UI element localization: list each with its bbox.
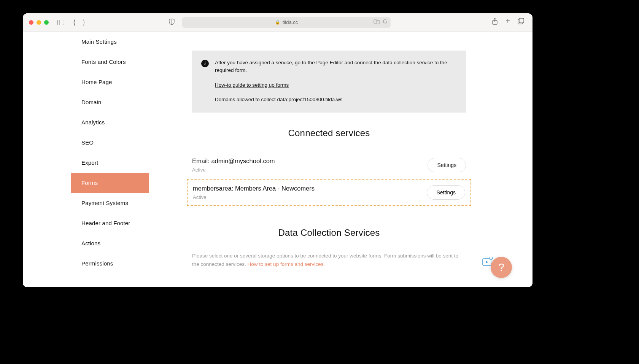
translate-icon[interactable] bbox=[374, 19, 380, 25]
info-icon: i bbox=[201, 60, 209, 67]
sidebar-item-forms[interactable]: Forms bbox=[71, 173, 149, 193]
data-collection-title: Data Collection Services bbox=[192, 227, 466, 238]
main-inner: i After you have assigned a service, go … bbox=[192, 32, 466, 268]
sidebar-item-fonts-colors[interactable]: Fonts and Colors bbox=[71, 52, 149, 72]
info-banner-domains: Domains allowed to collect data:project1… bbox=[215, 96, 457, 103]
data-collection-section: Data Collection Services Please select o… bbox=[192, 227, 466, 268]
service-name: Email: admin@myschool.com bbox=[192, 157, 275, 165]
info-text: After you have assigned a service, go to… bbox=[215, 59, 457, 103]
address-bar[interactable]: 🔒 tilda.cc bbox=[182, 17, 391, 28]
svg-rect-0 bbox=[58, 20, 64, 25]
nav-forward-button[interactable]: ⟩ bbox=[81, 18, 87, 27]
settings-sidebar: Main Settings Fonts and Colors Home Page… bbox=[71, 32, 149, 287]
new-tab-icon[interactable]: + bbox=[505, 18, 510, 27]
svg-rect-8 bbox=[519, 18, 524, 23]
outer-margin-right bbox=[509, 32, 532, 287]
service-status: Active bbox=[192, 167, 275, 173]
window-maximize-button[interactable] bbox=[44, 20, 49, 25]
sidebar-item-analytics[interactable]: Analytics bbox=[71, 112, 149, 132]
sidebar-item-export[interactable]: Export bbox=[71, 153, 149, 173]
info-banner: i After you have assigned a service, go … bbox=[192, 51, 466, 113]
tabs-overview-icon[interactable] bbox=[518, 18, 524, 27]
content-area: Main Settings Fonts and Colors Home Page… bbox=[23, 32, 532, 287]
window-close-button[interactable] bbox=[29, 20, 33, 25]
sidebar-item-header-footer[interactable]: Header and Footer bbox=[71, 213, 149, 233]
outer-margin-left bbox=[23, 32, 71, 287]
sidebar-toggle-icon[interactable] bbox=[56, 19, 65, 26]
info-banner-text: After you have assigned a service, go to… bbox=[215, 59, 457, 75]
window-minimize-button[interactable] bbox=[37, 20, 41, 25]
service-status: Active bbox=[193, 194, 315, 200]
lock-icon: 🔒 bbox=[275, 20, 280, 25]
data-collection-link[interactable]: How to set up forms and services. bbox=[248, 261, 325, 267]
sidebar-item-actions[interactable]: Actions bbox=[71, 233, 149, 253]
titlebar: ⟨ ⟩ 🔒 tilda.cc + bbox=[23, 13, 532, 32]
service-name: membersarea: Members Area - Newcomers bbox=[193, 185, 315, 192]
titlebar-right-tools: + bbox=[492, 18, 526, 27]
privacy-shield-icon[interactable] bbox=[169, 19, 175, 26]
main-panel: i After you have assigned a service, go … bbox=[149, 32, 509, 287]
sidebar-item-main-settings[interactable]: Main Settings bbox=[71, 32, 149, 52]
help-button[interactable]: ? bbox=[491, 257, 512, 278]
highlighted-service-row: membersarea: Members Area - Newcomers Ac… bbox=[187, 179, 471, 206]
service-settings-button[interactable]: Settings bbox=[428, 158, 466, 172]
sidebar-item-domain[interactable]: Domain bbox=[71, 92, 149, 112]
traffic-lights bbox=[29, 20, 49, 25]
service-row-membersarea: membersarea: Members Area - Newcomers Ac… bbox=[193, 184, 465, 201]
reload-icon[interactable] bbox=[383, 19, 388, 25]
sidebar-item-home-page[interactable]: Home Page bbox=[71, 72, 149, 92]
share-icon[interactable] bbox=[492, 18, 498, 27]
connected-services-title: Connected services bbox=[192, 128, 466, 138]
url-host: tilda.cc bbox=[283, 19, 298, 25]
sidebar-item-payment-systems[interactable]: Payment Systems bbox=[71, 193, 149, 213]
sidebar-item-seo[interactable]: SEO bbox=[71, 132, 149, 153]
data-collection-desc: Please select one or several storage opt… bbox=[192, 252, 466, 268]
info-banner-link[interactable]: How-to guide to setting up forms bbox=[215, 81, 289, 89]
nav-arrows: ⟨ ⟩ bbox=[72, 18, 87, 27]
browser-window: ⟨ ⟩ 🔒 tilda.cc + bbox=[23, 13, 532, 287]
service-settings-button[interactable]: Settings bbox=[427, 185, 465, 200]
svg-rect-4 bbox=[376, 21, 380, 24]
service-row-email: Email: admin@myschool.com Active Setting… bbox=[192, 152, 466, 178]
nav-back-button[interactable]: ⟨ bbox=[72, 18, 77, 27]
sidebar-item-permissions[interactable]: Permissions bbox=[71, 253, 149, 273]
